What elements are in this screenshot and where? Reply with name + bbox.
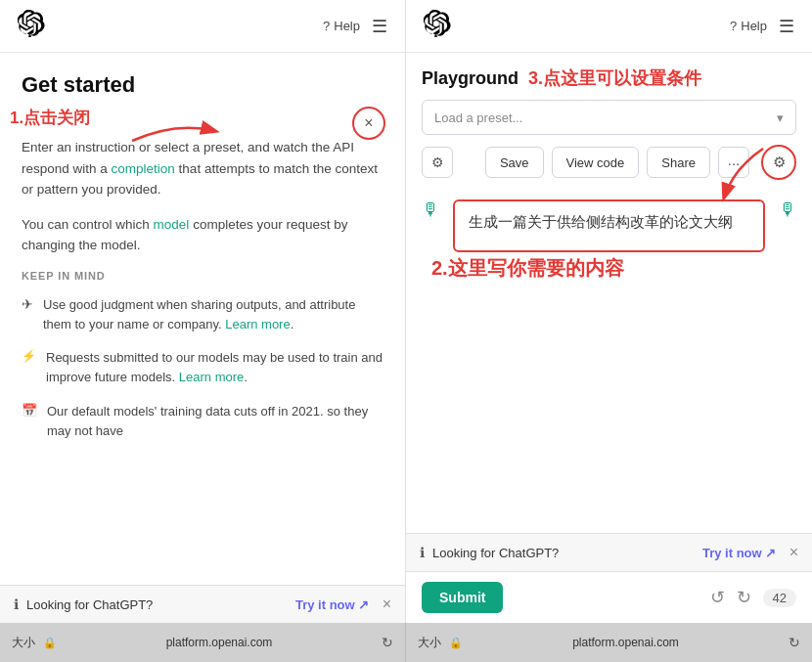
keep-in-mind-title: KEEP IN MIND: [22, 270, 383, 282]
right-notif-bar: ℹ Looking for ChatGPT? Try it now ↗ ×: [406, 533, 812, 571]
get-started-title: Get started: [22, 72, 383, 98]
learn-more-link-1[interactable]: Learn more: [225, 317, 290, 331]
preset-select[interactable]: Load a preset... ▾: [422, 100, 796, 135]
completion-link[interactable]: completion: [112, 161, 175, 176]
try-label-right: Try it now: [702, 546, 762, 560]
left-panel: ? Help ☰ Get started 1.点击关闭 ×: [0, 0, 406, 623]
right-help-link[interactable]: ? Help: [730, 19, 767, 33]
paper-plane-icon: ✈: [22, 296, 33, 312]
left-help-link[interactable]: ? Help: [323, 19, 360, 33]
right-header-left: [424, 10, 451, 42]
learn-more-link-2[interactable]: Learn more: [179, 370, 244, 384]
input-wrapper: 🎙 生成一篇关于供给侧结构改革的论文大纲 🎙 2.这里写你需要的内容: [422, 199, 796, 252]
keep-item-3: 📅 Our default models' training data cuts…: [22, 402, 383, 441]
get-started-desc: Enter an instruction or select a preset,…: [22, 137, 383, 200]
right-header-right: ? Help ☰: [730, 16, 794, 37]
right-panel: ? Help ☰ Playground 3.点这里可以设置条件: [406, 0, 812, 623]
info-icon-left: ℹ: [14, 596, 19, 612]
lock-icon-right: 🔒: [449, 637, 463, 649]
chevron-down-icon: ▾: [777, 110, 784, 125]
keep-item-text-1: Use good judgment when sharing outputs, …: [43, 295, 383, 334]
left-content: Get started 1.点击关闭 × Enter an instructio…: [0, 53, 405, 585]
annotation-2: 2.这里写你需要的内容: [431, 255, 624, 282]
left-notif-bar: ℹ Looking for ChatGPT? Try it now ↗ ×: [0, 585, 405, 623]
annotation-close: 1.点击关闭: [10, 107, 90, 129]
more-options-button[interactable]: ···: [718, 147, 749, 178]
browser-bars: 大小 🔒 platform.openai.com ↻ 大小 🔒 platform…: [0, 623, 812, 662]
help-circle-icon-right: ?: [730, 19, 737, 33]
left-help-label: Help: [334, 19, 360, 33]
reload-icon-left[interactable]: ↻: [382, 635, 393, 650]
toolbar-row: ⚙ Save View code Share ··· ⚙: [422, 145, 796, 180]
right-content: Playground 3.点这里可以设置条件 Load a preset... …: [406, 53, 812, 533]
left-notif-text: Looking for ChatGPT?: [26, 597, 288, 612]
try-label-left: Try it now: [295, 597, 355, 612]
preset-placeholder: Load a preset...: [434, 110, 522, 125]
input-row: 🎙 生成一篇关于供给侧结构改革的论文大纲 🎙: [422, 199, 796, 252]
browser-bar-right: 大小 🔒 platform.openai.com ↻: [406, 623, 812, 662]
left-header: ? Help ☰: [0, 0, 405, 53]
info-icon-right: ℹ: [420, 545, 425, 560]
close-x-icon: ×: [364, 114, 373, 132]
openai-logo-right: [424, 10, 451, 42]
bottom-icons: ↺ ↻ 42: [710, 587, 796, 608]
size-label-left: 大小: [12, 635, 35, 651]
openai-logo-left: [18, 10, 45, 42]
browser-bar-left: 大小 🔒 platform.openai.com ↻: [0, 623, 406, 662]
keep-item-text-2: Requests submitted to our models may be …: [46, 348, 383, 387]
get-started-desc-2: You can control which model completes yo…: [22, 214, 383, 256]
right-help-label: Help: [741, 19, 767, 33]
chart-icon: ⚡: [22, 349, 36, 363]
help-circle-icon-left: ?: [323, 19, 330, 33]
bottom-bar-right: Submit ↺ ↻ 42: [406, 571, 812, 623]
external-link-icon-left: ↗: [358, 597, 369, 612]
gear-config-icon: ⚙: [773, 154, 786, 171]
redo-button[interactable]: ↻: [737, 587, 751, 608]
desc-part3: You can control which: [22, 217, 154, 232]
keep-item-text-3: Our default models' training data cuts o…: [47, 402, 383, 441]
playground-title: Playground: [422, 68, 519, 89]
model-link[interactable]: model: [154, 217, 190, 232]
close-button[interactable]: ×: [352, 107, 385, 140]
keep-item-2: ⚡ Requests submitted to our models may b…: [22, 348, 383, 387]
close-notif-left[interactable]: ×: [383, 596, 391, 613]
playground-title-row: Playground 3.点这里可以设置条件: [422, 66, 796, 90]
gear-settings-icon: ⚙: [431, 154, 444, 170]
view-code-button[interactable]: View code: [552, 147, 640, 178]
calendar-icon: 📅: [22, 403, 37, 418]
share-button[interactable]: Share: [647, 147, 710, 178]
size-label-right: 大小: [418, 635, 441, 651]
undo-button[interactable]: ↺: [710, 587, 725, 608]
mic-icon-right[interactable]: 🎙: [779, 199, 796, 220]
try-it-now-link-left[interactable]: Try it now ↗: [295, 597, 369, 612]
try-it-now-link-right[interactable]: Try it now ↗: [702, 546, 776, 560]
user-input-text: 生成一篇关于供给侧结构改革的论文大纲: [469, 213, 733, 230]
save-button[interactable]: Save: [485, 147, 544, 178]
keep-items: ✈ Use good judgment when sharing outputs…: [22, 295, 383, 441]
lock-icon-left: 🔒: [43, 637, 57, 649]
mic-icon-left[interactable]: 🎙: [422, 199, 439, 220]
settings-gear-button[interactable]: ⚙: [422, 147, 453, 178]
gear-config-button[interactable]: ⚙: [761, 145, 796, 180]
right-notif-text: Looking for ChatGPT?: [432, 546, 695, 560]
url-right: platform.openai.com: [471, 636, 781, 649]
close-notif-right[interactable]: ×: [789, 544, 798, 561]
url-left: platform.openai.com: [65, 636, 374, 649]
right-hamburger-icon[interactable]: ☰: [779, 16, 794, 37]
token-count: 42: [763, 589, 796, 607]
left-header-right: ? Help ☰: [323, 16, 387, 37]
right-header: ? Help ☰: [406, 0, 812, 53]
reload-icon-right[interactable]: ↻: [789, 635, 800, 650]
keep-item-1: ✈ Use good judgment when sharing outputs…: [22, 295, 383, 334]
annotation-3: 3.点这里可以设置条件: [528, 66, 701, 90]
external-link-icon-right: ↗: [765, 546, 776, 560]
left-hamburger-icon[interactable]: ☰: [372, 16, 387, 37]
submit-button[interactable]: Submit: [422, 582, 503, 613]
user-input-area[interactable]: 生成一篇关于供给侧结构改革的论文大纲: [453, 199, 765, 252]
preset-row: Load a preset... ▾: [422, 100, 796, 135]
